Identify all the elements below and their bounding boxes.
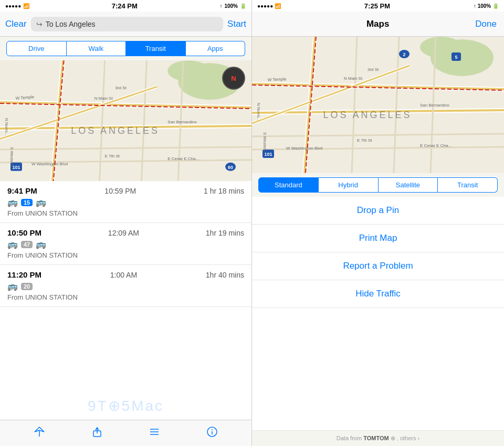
route-arrow-icon: ↪ — [36, 20, 43, 28]
tomtom-brand: TOMTOM — [363, 435, 388, 441]
hide-traffic-label: Hide Traffic — [355, 289, 401, 299]
menu-list: Drop a Pin Print Map Report a Problem Hi… — [252, 197, 504, 430]
print-map-item[interactable]: Print Map — [252, 225, 504, 252]
tab-standard[interactable]: Standard — [258, 177, 319, 193]
footer-others: , others › — [397, 435, 419, 441]
tab-hybrid[interactable]: Hybrid — [319, 177, 379, 193]
svg-text:E Cesar E Cha...: E Cesar E Cha... — [420, 143, 452, 148]
svg-text:101: 101 — [264, 152, 272, 157]
svg-text:E 7th St: E 7th St — [357, 138, 372, 143]
duration-1: 1 hr 18 mins — [204, 187, 244, 195]
svg-text:5: 5 — [455, 55, 457, 60]
transit-item[interactable]: 9:41 PM 10:59 PM 1 hr 18 mins 🚌 15 🚌 Fro… — [0, 181, 251, 223]
start-button[interactable]: Start — [227, 19, 246, 29]
depart-time-1: 9:41 PM — [7, 186, 37, 195]
clear-button[interactable]: Clear — [5, 19, 27, 29]
bus-icon-2b: 🚌 — [36, 239, 46, 249]
battery-area-right: ↑ 100% 🔋 — [474, 3, 499, 9]
bottom-toolbar-left — [0, 420, 251, 446]
map-type-tabs: Standard Hybrid Satellite Transit — [252, 173, 504, 197]
time-right: 7:25 PM — [364, 2, 390, 10]
svg-text:N Main St: N Main St — [94, 96, 113, 101]
tab-transit[interactable]: Transit — [438, 177, 498, 193]
signal-area: ●●●●● 📶 — [5, 3, 29, 9]
svg-text:N Norm...: N Norm... — [4, 118, 9, 136]
bus-icon-3: 🚌 — [7, 281, 18, 291]
svg-text:N Norm...: N Norm... — [256, 103, 261, 121]
depart-time-2: 10:50 PM — [7, 228, 41, 237]
location-button[interactable] — [34, 426, 45, 441]
svg-text:W Washington Blvd: W Washington Blvd — [32, 162, 68, 166]
left-panel: ●●●●● 📶 7:24 PM ↑ 100% 🔋 Clear ↪ To Los … — [0, 0, 252, 446]
compass-label: N — [231, 75, 236, 82]
time-left: 7:24 PM — [112, 2, 138, 10]
svg-text:2: 2 — [403, 52, 405, 57]
route-row-3: 🚌 20 — [7, 281, 244, 291]
svg-text:W Temple: W Temple — [268, 77, 287, 82]
depart-time-3: 11:20 PM — [7, 270, 41, 279]
hide-traffic-item[interactable]: Hide Traffic — [252, 280, 504, 308]
svg-text:San Bernardino: San Bernardino — [167, 120, 197, 124]
battery-left: 100% — [224, 3, 238, 9]
route-row-1: 🚌 15 🚌 — [7, 197, 244, 207]
drop-a-pin-item[interactable]: Drop a Pin — [252, 197, 504, 225]
route-text: To Los Angeles — [46, 20, 96, 28]
done-button[interactable]: Done — [475, 19, 497, 29]
svg-text:N Main St: N Main St — [344, 76, 363, 81]
route-badge-3a: 20 — [21, 283, 33, 290]
bus-icon-1b: 🚌 — [36, 197, 46, 207]
svg-text:LOS ANGELES: LOS ANGELES — [323, 110, 412, 120]
svg-text:E Cesar E Cha...: E Cesar E Cha... — [167, 156, 199, 161]
tab-drive[interactable]: Drive — [6, 41, 67, 56]
arrive-time-3: 1:00 AM — [110, 271, 137, 279]
map-left[interactable]: 101 60 LOS ANGELES W Temple N Main St Sa… — [0, 60, 251, 181]
battery-area-left: ↑ 100% 🔋 — [219, 3, 246, 9]
info-button[interactable] — [206, 426, 218, 441]
tab-walk[interactable]: Walk — [67, 41, 127, 56]
share-button[interactable] — [91, 426, 103, 441]
svg-point-2 — [167, 60, 209, 81]
print-map-label: Print Map — [359, 233, 397, 243]
report-problem-item[interactable]: Report a Problem — [252, 252, 504, 280]
nav-bar-right: Maps Done — [252, 12, 504, 37]
footer-suffix: ⊕ — [391, 435, 395, 441]
svg-text:S Western: S Western — [262, 132, 267, 152]
footer-right: Data from TOMTOM ⊕ , others › — [252, 430, 504, 446]
arrive-time-2: 12:09 AM — [108, 229, 139, 237]
status-bar-right: ●●●●● 📶 7:25 PM ↑ 100% 🔋 — [252, 0, 504, 12]
svg-text:S Western: S Western — [9, 147, 14, 166]
watermark-left: 9T⊕5Mac — [88, 398, 164, 414]
svg-text:60: 60 — [228, 165, 233, 170]
route-input[interactable]: ↪ To Los Angeles — [31, 17, 223, 31]
maps-title: Maps — [366, 19, 389, 29]
signal-area-right: ●●●●● 📶 — [257, 3, 281, 9]
transit-item[interactable]: 10:50 PM 12:09 AM 1hr 19 mins 🚌 47 🚌 Fro… — [0, 223, 251, 265]
transit-item[interactable]: 11:20 PM 1:00 AM 1hr 40 mins 🚌 20 From U… — [0, 265, 251, 307]
tab-satellite[interactable]: Satellite — [379, 177, 438, 193]
route-badge-2a: 47 — [21, 241, 33, 248]
from-label-3: From UNION STATION — [7, 293, 244, 301]
map-right[interactable]: 101 5 2 LOS ANGELES W Temple N Main St S… — [252, 37, 504, 173]
bus-icon-1: 🚌 — [7, 197, 18, 207]
duration-3: 1hr 40 mins — [206, 271, 244, 279]
svg-text:W Washington Blvd: W Washington Blvd — [286, 146, 323, 151]
compass-button[interactable]: N — [222, 67, 245, 90]
route-badge-1a: 15 — [21, 199, 33, 206]
arrive-time-1: 10:59 PM — [104, 187, 136, 195]
svg-text:San Bernardino: San Bernardino — [420, 103, 449, 108]
nav-bar-left: Clear ↪ To Los Angeles Start — [0, 12, 251, 37]
svg-text:E 7th St: E 7th St — [105, 154, 120, 158]
transit-list: 9:41 PM 10:59 PM 1 hr 18 mins 🚌 15 🚌 Fro… — [0, 181, 251, 420]
status-bar-left: ●●●●● 📶 7:24 PM ↑ 100% 🔋 — [0, 0, 251, 12]
mode-tabs: Drive Walk Transit Apps — [0, 37, 251, 60]
list-button[interactable] — [149, 426, 160, 441]
report-problem-label: Report a Problem — [343, 261, 413, 271]
tab-transit[interactable]: Transit — [126, 41, 186, 56]
svg-text:LOS ANGELES: LOS ANGELES — [71, 125, 160, 136]
from-label-1: From UNION STATION — [7, 209, 244, 217]
footer-text: Data from — [337, 435, 363, 441]
svg-text:3rd St: 3rd St — [116, 86, 127, 90]
right-panel: ●●●●● 📶 7:25 PM ↑ 100% 🔋 Maps Done — [252, 0, 504, 446]
duration-2: 1hr 19 mins — [206, 229, 244, 237]
tab-apps[interactable]: Apps — [186, 41, 246, 56]
